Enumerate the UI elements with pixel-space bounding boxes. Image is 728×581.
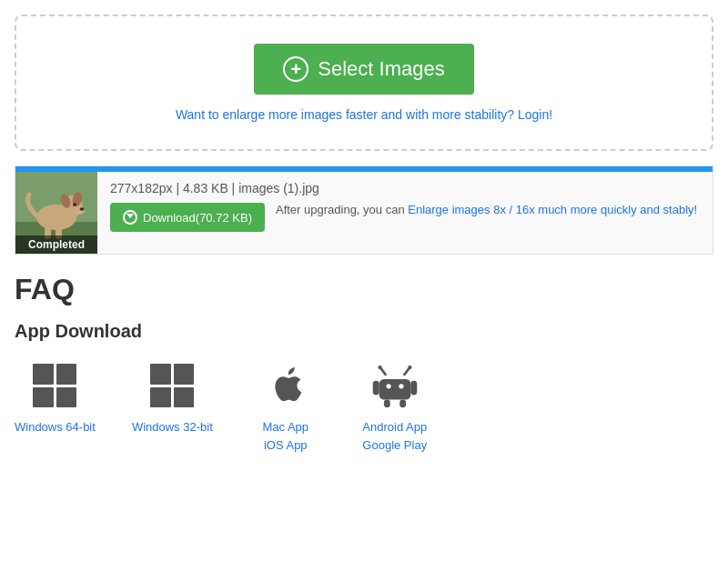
- login-prompt-text: Want to enlarge more images faster and w…: [176, 107, 552, 122]
- svg-line-12: [380, 368, 385, 375]
- upload-area: + Select Images Want to enlarge more ima…: [15, 15, 713, 151]
- windows32-link[interactable]: Windows 32-bit: [132, 418, 213, 436]
- app-label-android: Android App Google Play: [362, 418, 427, 454]
- windows64-icon: [29, 360, 80, 411]
- mac-app-link[interactable]: Mac App: [262, 418, 308, 436]
- result-section: Completed 277x182px | 4.83 KB | images (…: [15, 165, 713, 255]
- thumbnail-image: Completed: [15, 172, 97, 254]
- file-meta: 277x182px | 4.83 KB | images (1).jpg: [110, 181, 700, 195]
- ios-app-link[interactable]: iOS App: [262, 436, 308, 455]
- svg-point-17: [399, 384, 403, 388]
- svg-point-13: [378, 366, 381, 369]
- apple-icon: [260, 360, 311, 411]
- select-images-label: Select Images: [318, 57, 444, 81]
- app-label-windows64: Windows 64-bit: [15, 418, 96, 436]
- download-btn-label: Download(70.72 KB): [143, 211, 252, 225]
- thumbnail-wrap: Completed: [15, 172, 97, 254]
- app-item-windows32: Windows 32-bit: [132, 360, 213, 436]
- svg-point-8: [73, 203, 76, 206]
- select-images-button[interactable]: + Select Images: [254, 44, 473, 95]
- windows32-icon: [147, 360, 197, 411]
- app-item-mac: Mac App iOS App: [249, 360, 322, 454]
- enlarge-link[interactable]: Enlarge images 8x / 16x much more quickl…: [408, 203, 697, 216]
- app-label-windows32: Windows 32-bit: [132, 418, 213, 436]
- app-item-android: Android App Google Play: [359, 360, 431, 454]
- svg-rect-11: [379, 379, 410, 400]
- svg-rect-20: [372, 381, 379, 396]
- faq-section: FAQ App Download Windows 64-bit Windows …: [15, 273, 713, 454]
- windows64-link[interactable]: Windows 64-bit: [15, 418, 96, 436]
- svg-point-7: [80, 207, 85, 211]
- svg-point-15: [408, 366, 411, 369]
- result-info: 277x182px | 4.83 KB | images (1).jpg Dow…: [97, 172, 713, 254]
- faq-title: FAQ: [15, 273, 713, 306]
- app-label-mac: Mac App iOS App: [262, 418, 308, 454]
- upgrade-and-download: Download(70.72 KB) After upgrading, you …: [110, 203, 700, 232]
- svg-point-16: [386, 384, 390, 388]
- upgrade-text: After upgrading, you can Enlarge images …: [276, 203, 697, 216]
- download-icon: [123, 210, 137, 225]
- android-icon: [369, 360, 420, 411]
- plus-icon: +: [283, 56, 308, 82]
- app-download-title: App Download: [15, 321, 713, 342]
- android-app-link[interactable]: Android App: [362, 418, 427, 436]
- svg-rect-21: [410, 381, 417, 396]
- download-button[interactable]: Download(70.72 KB): [110, 203, 265, 232]
- svg-rect-19: [399, 400, 406, 408]
- android-svg: [371, 362, 419, 409]
- app-grid: Windows 64-bit Windows 32-bit: [15, 360, 713, 454]
- login-prompt: Want to enlarge more images faster and w…: [35, 107, 693, 122]
- app-item-windows64: Windows 64-bit: [15, 360, 96, 436]
- result-row: Completed 277x182px | 4.83 KB | images (…: [15, 172, 713, 254]
- svg-rect-18: [384, 400, 390, 408]
- apple-svg: [264, 364, 308, 407]
- completed-label: Completed: [15, 235, 97, 254]
- svg-line-14: [404, 368, 409, 375]
- google-play-link[interactable]: Google Play: [362, 436, 427, 455]
